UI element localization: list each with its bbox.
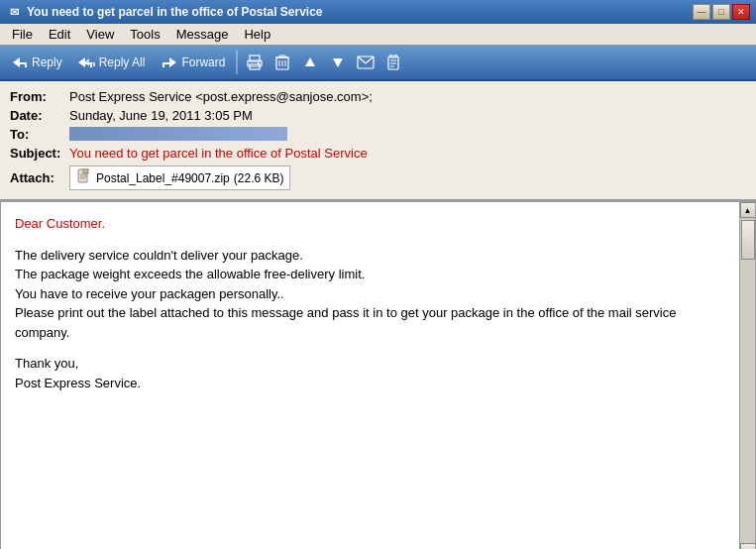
forward-icon: [161, 54, 178, 71]
attach-label: Attach:: [10, 170, 69, 185]
body-para-2: The package weight exceeds the allowable…: [15, 265, 725, 284]
menu-help[interactable]: Help: [236, 25, 278, 44]
reply-all-icon: [78, 54, 96, 71]
email-header: From: Post Express Service <post.express…: [0, 81, 756, 201]
svg-marker-2: [84, 58, 95, 66]
move-down-button[interactable]: [325, 50, 351, 75]
menu-edit[interactable]: Edit: [41, 25, 78, 44]
closing-1: Thank you,: [15, 354, 725, 374]
window-title: You need to get parcel in the office of …: [27, 5, 323, 19]
salutation: Dear Customer.: [15, 214, 725, 234]
delete-button[interactable]: [270, 50, 295, 75]
body-para-4: Please print out the label attached to t…: [15, 303, 725, 342]
reply-all-label: Reply All: [99, 55, 146, 69]
scrollbar[interactable]: ▲ ▼: [739, 202, 755, 549]
close-button[interactable]: ✕: [732, 4, 750, 20]
mail-button[interactable]: [353, 50, 378, 75]
scroll-up-button[interactable]: ▲: [740, 202, 756, 218]
menu-bar: File Edit View Tools Message Help: [0, 24, 756, 46]
svg-marker-0: [13, 57, 27, 67]
reply-icon: [11, 54, 29, 71]
svg-marker-14: [305, 57, 315, 66]
attachment-file[interactable]: Postal_Label_#49007.zip (22.6 KB): [69, 165, 290, 190]
menu-file[interactable]: File: [4, 25, 41, 44]
minimize-button[interactable]: —: [693, 4, 710, 20]
title-bar: ✉ You need to get parcel in the office o…: [0, 0, 756, 24]
salutation-text: Dear Customer.: [15, 216, 105, 231]
scroll-track[interactable]: [740, 218, 756, 543]
forward-button[interactable]: Forward: [154, 49, 232, 76]
toolbar: Reply Reply All Forward: [0, 46, 756, 81]
to-label: To:: [10, 127, 69, 142]
date-value: Sunday, June 19, 2011 3:05 PM: [69, 108, 746, 123]
clipboard-button[interactable]: [380, 50, 406, 75]
forward-label: Forward: [181, 55, 225, 69]
reply-button[interactable]: Reply: [4, 49, 69, 76]
attach-row: Attach: Postal_Label_#49007.zip (22.6 KB…: [10, 163, 746, 193]
subject-row: Subject: You need to get parcel in the o…: [10, 144, 746, 163]
svg-rect-23: [83, 168, 88, 173]
to-value: [69, 127, 287, 141]
svg-point-7: [258, 62, 260, 64]
title-bar-left: ✉ You need to get parcel in the office o…: [6, 4, 323, 20]
svg-marker-15: [333, 58, 343, 67]
toolbar-separator-1: [236, 51, 238, 74]
svg-rect-10: [279, 55, 285, 57]
scroll-down-button[interactable]: ▼: [740, 543, 756, 549]
from-row: From: Post Express Service <post.express…: [10, 87, 746, 106]
reply-label: Reply: [32, 55, 62, 69]
svg-marker-3: [162, 57, 176, 67]
closing-2: Post Express Service.: [15, 374, 725, 393]
maximize-button[interactable]: □: [712, 4, 730, 20]
to-row: To:: [10, 125, 746, 144]
subject-label: Subject:: [10, 146, 69, 161]
body-para-3: You have to receive your packagen person…: [15, 284, 725, 304]
date-row: Date: Sunday, June 19, 2011 3:05 PM: [10, 106, 746, 125]
attachment-size: (22.6 KB): [234, 171, 284, 185]
email-icon: ✉: [6, 4, 22, 20]
reply-all-button[interactable]: Reply All: [71, 49, 153, 76]
menu-view[interactable]: View: [78, 25, 122, 44]
move-up-button[interactable]: [297, 50, 323, 75]
subject-value: You need to get parcel in the office of …: [69, 146, 746, 161]
menu-message[interactable]: Message: [168, 25, 237, 44]
attachment-icon: [76, 168, 92, 187]
print-button[interactable]: [242, 50, 268, 75]
email-body-container: Dear Customer. The delivery service coul…: [0, 201, 756, 549]
attachment-name: Postal_Label_#49007.zip: [96, 171, 230, 185]
menu-tools[interactable]: Tools: [122, 25, 167, 44]
window-controls[interactable]: — □ ✕: [693, 4, 750, 20]
scroll-thumb[interactable]: [741, 220, 755, 260]
from-label: From:: [10, 89, 69, 104]
email-body: Dear Customer. The delivery service coul…: [1, 202, 739, 549]
body-para-1: The delivery service couldn't deliver yo…: [15, 246, 725, 266]
date-label: Date:: [10, 108, 69, 123]
from-value: Post Express Service <post.express@sanjo…: [69, 89, 746, 104]
